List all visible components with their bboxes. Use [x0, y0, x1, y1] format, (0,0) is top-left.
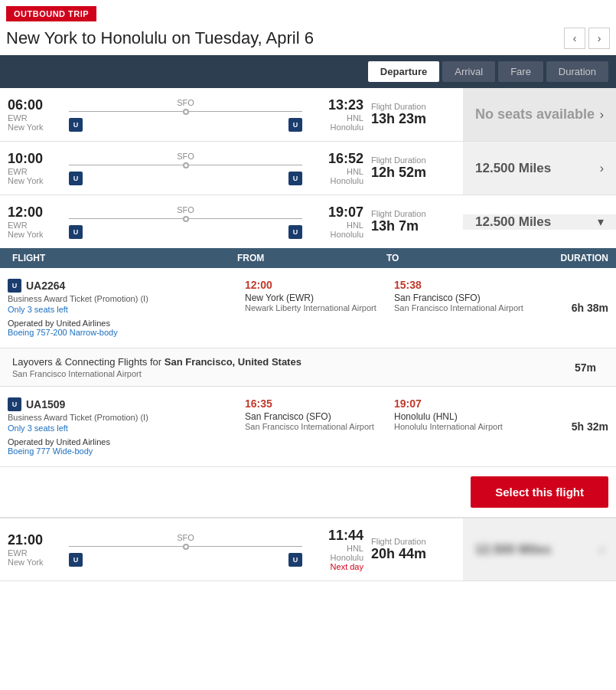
outbound-badge-container: OUTBOUND TRIP: [0, 0, 616, 25]
line-container-2: [69, 162, 302, 168]
segment-2-to: 19:07 Honolulu (HNL) Honolulu Internatio…: [386, 394, 536, 459]
segment-2-depart-time: 16:35: [245, 397, 379, 410]
duration-block-2: Flight Duration 12h 52m: [363, 155, 455, 181]
airline-icon-right-2: U: [288, 172, 302, 185]
segment-2-arrive-time: 19:07: [394, 397, 528, 410]
depart-time-3: 12:00: [8, 204, 61, 221]
segment-2-depart-full: San Francisco International Airport: [245, 422, 379, 431]
duration-label-1: Flight Duration: [371, 102, 448, 111]
stopover-1: SFO: [177, 98, 194, 107]
sort-duration[interactable]: Duration: [546, 61, 608, 82]
depart-block-2: 10:00 EWR New York: [8, 151, 61, 185]
airline-icon-left-2: U: [69, 172, 83, 185]
route-line-2: SFO U U: [61, 152, 310, 185]
segment-2-from: 16:35 San Francisco (SFO) San Francisco …: [237, 394, 386, 459]
airline-icon-left-1: U: [69, 118, 83, 132]
segment-2-info: U UA1509 Business Award Ticket (Promotio…: [0, 394, 237, 459]
airline-icon-left-3: U: [69, 225, 83, 239]
duration-block-1: Flight Duration 13h 23m: [363, 102, 455, 127]
prev-button[interactable]: ‹: [564, 28, 585, 49]
depart-city-2: New York: [8, 176, 61, 185]
segment-2-operated: Operated by United Airlines: [8, 437, 230, 446]
price-block-1[interactable]: No seats available ›: [463, 88, 616, 141]
miles-arrow-4: ›: [600, 543, 604, 557]
duration-block-4: Flight Duration 20h 44m: [363, 537, 455, 562]
line-right-4: [189, 546, 303, 547]
miles-text-3: 12.500 Miles: [475, 214, 551, 230]
sort-departure[interactable]: Departure: [368, 61, 439, 82]
duration-block-3: Flight Duration 13h 7m: [363, 209, 455, 234]
nav-arrows: ‹ ›: [564, 28, 610, 49]
layover-sub: San Francisco International Airport: [12, 369, 575, 378]
duration-value-3: 13h 7m: [371, 218, 448, 234]
stopover-4: SFO: [177, 533, 194, 542]
segment-1-from: 12:00 New York (EWR) Newark Liberty Inte…: [237, 276, 386, 340]
airline-icon-seg1: U: [8, 279, 21, 293]
segment-2-arrive-airport: Honolulu (HNL): [394, 411, 528, 422]
miles-arrow-3: ▾: [598, 214, 604, 229]
sort-bar: Departure Arrival Fare Duration: [0, 55, 616, 88]
line-left-3: [69, 218, 183, 219]
stop-dot-2: [183, 162, 189, 168]
price-block-3[interactable]: 12.500 Miles ▾: [463, 214, 616, 230]
layover-info: Layovers & Connecting Flights for San Fr…: [12, 356, 575, 378]
segment-1-operated: Operated by United Airlines: [8, 319, 230, 328]
arrive-time-1: 13:23: [310, 97, 363, 113]
duration-label-2: Flight Duration: [371, 155, 448, 165]
depart-code-3: EWR: [8, 221, 61, 230]
segment-1-to: 15:38 San Francisco (SFO) San Francisco …: [386, 276, 536, 340]
segment-1: U UA2264 Business Award Ticket (Promotio…: [0, 268, 616, 348]
arrive-city-4: Honolulu: [310, 553, 363, 562]
depart-time-1: 06:00: [8, 97, 61, 113]
sort-fare[interactable]: Fare: [498, 61, 543, 82]
next-button[interactable]: ›: [588, 28, 610, 49]
arrive-time-3: 19:07: [310, 204, 363, 221]
segment-1-seats: Only 3 seats left: [8, 305, 230, 314]
arrive-code-1: HNL: [310, 113, 363, 123]
depart-block-4: 21:00 EWR New York: [8, 532, 61, 567]
depart-code-4: EWR: [8, 548, 61, 558]
segment-1-arrive-time: 15:38: [394, 279, 528, 291]
segment-1-arrive-full: San Francisco International Airport: [394, 303, 528, 312]
col-header-flight: FLIGHT: [0, 253, 237, 263]
segment-1-arrive-airport: San Francisco (SFO): [394, 293, 528, 303]
arrive-code-2: HNL: [310, 167, 363, 176]
segment-1-depart-time: 12:00: [245, 279, 379, 291]
segment-1-info: U UA2264 Business Award Ticket (Promotio…: [0, 276, 237, 340]
duration-value-1: 13h 23m: [371, 111, 448, 127]
arrive-city-3: Honolulu: [310, 230, 363, 239]
segment-2-depart-airport: San Francisco (SFO): [245, 411, 379, 422]
line-left-2: [69, 165, 183, 165]
arrive-time-2: 16:52: [310, 151, 363, 167]
price-block-4[interactable]: 12.500 Miles ›: [463, 518, 616, 580]
segment-1-depart-full: Newark Liberty International Airport: [245, 303, 379, 312]
arrive-code-3: HNL: [310, 221, 363, 230]
page-title: New York to Honolulu on Tuesday, April 6: [6, 28, 314, 48]
page-title-row: New York to Honolulu on Tuesday, April 6…: [6, 28, 610, 49]
line-left-4: [69, 546, 183, 547]
select-btn-row: Select this flight: [0, 467, 616, 518]
sort-arrival[interactable]: Arrival: [442, 61, 495, 82]
segment-2-seats: Only 3 seats left: [8, 423, 230, 433]
flight-row-2: 10:00 EWR New York SFO U U 16:52 HNL Hon…: [0, 142, 616, 195]
line-container-1: [69, 109, 302, 115]
select-flight-button[interactable]: Select this flight: [471, 476, 608, 508]
segment-2-arrive-full: Honolulu International Airport: [394, 422, 528, 431]
arrive-block-3: 19:07 HNL Honolulu: [310, 204, 363, 239]
line-container-3: [69, 216, 302, 222]
depart-block-3: 12:00 EWR New York: [8, 204, 61, 239]
flight-row-4: 21:00 EWR New York SFO U U 11:44 HNL Hon…: [0, 518, 616, 581]
flight-info-2: 10:00 EWR New York SFO U U 16:52 HNL Hon…: [0, 142, 463, 195]
outbound-badge: OUTBOUND TRIP: [6, 6, 96, 21]
arrive-code-4: HNL: [310, 544, 363, 553]
duration-label-4: Flight Duration: [371, 537, 448, 546]
depart-city-4: New York: [8, 558, 61, 567]
depart-code-1: EWR: [8, 113, 61, 123]
depart-time-4: 21:00: [8, 532, 61, 548]
duration-value-2: 12h 52m: [371, 165, 448, 181]
arrive-block-4: 11:44 HNL Honolulu Next day: [310, 528, 363, 571]
arrive-city-1: Honolulu: [310, 123, 363, 132]
price-block-2[interactable]: 12.500 Miles ›: [463, 142, 616, 195]
flight-row-main-3: 12:00 EWR New York SFO U U 19:07 HNL: [0, 195, 616, 248]
segment-2-ticket: Business Award Ticket (Promotion) (I): [8, 413, 230, 422]
